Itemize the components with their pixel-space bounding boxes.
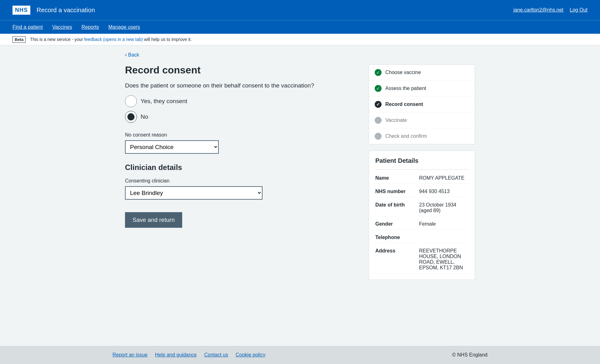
footer-link[interactable]: Help and guidance xyxy=(155,352,197,358)
footer: Report an issueHelp and guidanceContact … xyxy=(0,346,600,364)
logout-link[interactable]: Log Out xyxy=(570,7,588,13)
sidebar: ✓Choose vaccine✓Assess the patient✓Recor… xyxy=(369,64,475,280)
step-item: ✓Choose vaccine xyxy=(369,65,475,81)
footer-copyright: © NHS England xyxy=(452,352,488,358)
no-consent-reason-label: No consent reason xyxy=(125,132,356,138)
step-item: ✓Assess the patient xyxy=(369,81,475,97)
step-label: Vaccinate xyxy=(385,117,407,123)
beta-banner: Beta This is a new service - your feedba… xyxy=(0,34,600,45)
nav-manage-users[interactable]: Manage users xyxy=(108,24,140,30)
no-consent-reason-select[interactable]: Personal Choice Clinical contraindicatio… xyxy=(125,140,219,154)
save-return-button[interactable]: Save and return xyxy=(125,212,182,228)
step-label: Choose vaccine xyxy=(385,70,421,75)
step-item: ✓Record consent xyxy=(369,97,475,112)
clinician-select[interactable]: Lee Brindley Jane Carlton Other Clinicia… xyxy=(125,186,262,200)
consent-question: Does the patient or someone on their beh… xyxy=(125,82,356,89)
step-label: Check and confirm xyxy=(385,133,427,139)
step-status-icon: ✓ xyxy=(375,69,382,76)
radio-yes-text: Yes, they consent xyxy=(141,98,187,105)
form-area: Record consent Does the patient or someo… xyxy=(125,64,356,280)
patient-detail-value: 944 930 4513 xyxy=(419,186,468,197)
patient-details: NameROMY APPLEGATENHS number944 930 4513… xyxy=(375,169,468,273)
footer-links: Report an issueHelp and guidanceContact … xyxy=(112,352,265,358)
consent-radio-group: Yes, they consent No xyxy=(125,95,356,123)
page-title: Record consent xyxy=(125,64,356,76)
footer-link[interactable]: Contact us xyxy=(204,352,228,358)
beta-tag: Beta xyxy=(12,36,26,43)
patient-detail-value: Female xyxy=(419,219,468,230)
user-email-link[interactable]: jane.carlton2@nhs.net xyxy=(513,7,563,13)
patient-detail-value: 23 October 1934 (aged 89) xyxy=(419,200,468,216)
steps-list: ✓Choose vaccine✓Assess the patient✓Recor… xyxy=(369,65,475,144)
clinician-label: Consenting clinician xyxy=(125,178,356,184)
footer-link[interactable]: Cookie policy xyxy=(236,352,265,358)
patient-detail-value xyxy=(419,232,468,243)
step-status-icon: ✓ xyxy=(375,85,382,92)
step-label: Assess the patient xyxy=(385,86,426,91)
step-item: Vaccinate xyxy=(369,112,475,128)
nhs-logo: NHS xyxy=(12,6,30,15)
steps-card: ✓Choose vaccine✓Assess the patient✓Recor… xyxy=(369,64,475,144)
main-nav: Find a patient Vaccines Reports Manage u… xyxy=(12,24,140,30)
patient-detail-label: Address xyxy=(375,246,416,273)
step-status-icon xyxy=(375,133,382,140)
patient-card: Patient Details NameROMY APPLEGATENHS nu… xyxy=(369,151,475,280)
no-consent-reason-group: No consent reason Personal Choice Clinic… xyxy=(125,132,356,154)
app-title: Record a vaccination xyxy=(37,7,95,14)
beta-text-after: will help us to improve it. xyxy=(144,37,192,42)
clinician-group: Consenting clinician Lee Brindley Jane C… xyxy=(125,178,356,200)
radio-no[interactable] xyxy=(125,111,137,123)
radio-yes-label[interactable]: Yes, they consent xyxy=(125,95,356,107)
nav-find-patient[interactable]: Find a patient xyxy=(12,24,43,30)
patient-detail-value: ROMY APPLEGATE xyxy=(419,173,468,184)
radio-yes[interactable] xyxy=(125,95,137,107)
radio-no-label[interactable]: No xyxy=(125,111,356,123)
step-label: Record consent xyxy=(385,102,423,107)
patient-detail-value: REEVETHORPE HOUSE, LONDON ROAD, EWELL, E… xyxy=(419,246,468,273)
nav-reports[interactable]: Reports xyxy=(82,24,99,30)
feedback-link[interactable]: feedback (opens in a new tab) xyxy=(84,37,143,42)
patient-detail-label: Gender xyxy=(375,219,416,230)
patient-detail-label: NHS number xyxy=(375,186,416,197)
beta-text: This is a new service - your xyxy=(30,37,84,42)
patient-detail-label: Name xyxy=(375,173,416,184)
clinician-section-heading: Clinician details xyxy=(125,163,356,172)
patient-detail-label: Date of birth xyxy=(375,200,416,216)
patient-section-title: Patient Details xyxy=(375,157,468,164)
patient-detail-label: Telephone xyxy=(375,232,416,243)
footer-link[interactable]: Report an issue xyxy=(112,352,148,358)
step-item: Check and confirm xyxy=(369,128,475,144)
nav-vaccines[interactable]: Vaccines xyxy=(52,24,72,30)
step-status-icon xyxy=(375,117,382,124)
radio-no-text: No xyxy=(141,113,148,120)
step-status-icon: ✓ xyxy=(375,101,382,108)
back-link[interactable]: Back xyxy=(125,52,139,58)
